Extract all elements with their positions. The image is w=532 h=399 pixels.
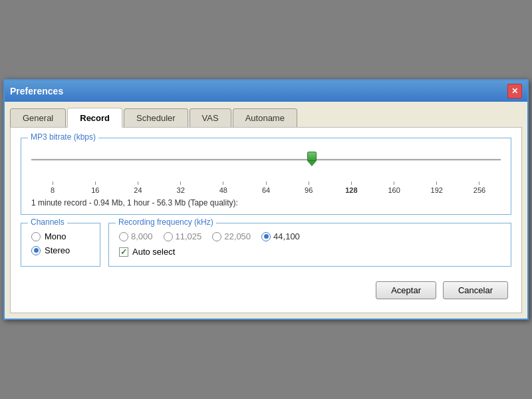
auto-select-checkbox[interactable]: ✓ (119, 247, 128, 257)
auto-select-label: Auto select (132, 247, 175, 257)
stereo-label: Stereo (45, 245, 70, 255)
radio-stereo[interactable]: Stereo (31, 245, 90, 255)
tick-96: 96 (287, 182, 330, 194)
tick-24: 24 (116, 182, 159, 194)
window-title: Preferences (10, 86, 63, 96)
window-content: General Record Scheduler VAS Autoname MP… (5, 102, 527, 319)
tick-32: 32 (160, 182, 202, 194)
tick-48: 48 (202, 182, 245, 194)
freq-44100[interactable]: 44,100 (261, 231, 300, 241)
freq-11025-label: 11,025 (176, 231, 202, 241)
close-button[interactable]: ✕ (507, 84, 522, 98)
preferences-window: Preferences ✕ General Record Scheduler V… (3, 79, 529, 320)
checkbox-check-mark: ✓ (120, 248, 127, 256)
button-row: Aceptar Cancelar (21, 275, 511, 303)
slider-thumb-top (307, 152, 317, 161)
tick-160: 160 (373, 182, 416, 194)
radio-44100-circle (261, 232, 271, 241)
stereo-radio-circle (31, 246, 41, 255)
freq-22050-label: 22,050 (224, 231, 251, 241)
mp3-bitrate-title: MP3 bitrate (kbps) (28, 132, 98, 142)
mono-label: Mono (45, 231, 66, 241)
tick-8: 8 (31, 182, 74, 194)
tick-marks: 8 16 24 32 (31, 182, 501, 194)
freq-22050[interactable]: 22,050 (212, 231, 251, 241)
channels-group: Channels Mono Stereo (21, 223, 100, 267)
freq-title: Recording frequency (kHz) (116, 217, 216, 227)
slider-line (31, 159, 501, 161)
mono-radio-circle (31, 232, 41, 241)
slider-container: 8 16 24 32 (31, 146, 501, 207)
freq-11025[interactable]: 11,025 (164, 231, 202, 241)
radio-11025-circle (164, 232, 173, 241)
radio-22050-circle (212, 232, 221, 241)
tab-record[interactable]: Record (67, 108, 122, 128)
freq-radios: 8,000 11,025 22,050 (119, 231, 501, 241)
tick-16: 16 (74, 182, 116, 194)
tab-vas[interactable]: VAS (190, 108, 231, 127)
tick-64: 64 (245, 182, 287, 194)
tab-scheduler[interactable]: Scheduler (124, 108, 188, 127)
tab-general[interactable]: General (10, 108, 66, 127)
settings-row: Channels Mono Stereo Reco (21, 223, 511, 275)
radio-8000-circle (119, 232, 128, 241)
tab-content: MP3 bitrate (kbps) (10, 127, 522, 313)
ok-button[interactable]: Aceptar (376, 281, 436, 299)
freq-44100-label: 44,100 (273, 231, 300, 241)
recording-freq-group: Recording frequency (kHz) 8,000 11,025 (108, 223, 511, 267)
auto-select-checkbox-row[interactable]: ✓ Auto select (119, 247, 501, 257)
freq-8000-label: 8,000 (131, 231, 153, 241)
slider-thumb-arrow (307, 161, 317, 166)
slider-info: 1 minute record - 0.94 Mb, 1 hour - 56.3… (31, 198, 501, 207)
freq-8000[interactable]: 8,000 (119, 231, 153, 241)
tab-autoname[interactable]: Autoname (233, 108, 297, 127)
slider-thumb (307, 152, 317, 168)
stereo-radio-dot (34, 248, 39, 253)
tick-192: 192 (416, 182, 458, 194)
radio-mono[interactable]: Mono (31, 231, 90, 241)
radio-44100-dot (264, 234, 269, 239)
mp3-bitrate-group: MP3 bitrate (kbps) (21, 138, 511, 215)
tab-bar: General Record Scheduler VAS Autoname (10, 107, 522, 127)
tick-256: 256 (458, 182, 501, 194)
cancel-button[interactable]: Cancelar (443, 281, 508, 299)
title-bar: Preferences ✕ (5, 80, 527, 102)
tick-128: 128 (330, 182, 372, 194)
channels-title: Channels (28, 217, 67, 227)
